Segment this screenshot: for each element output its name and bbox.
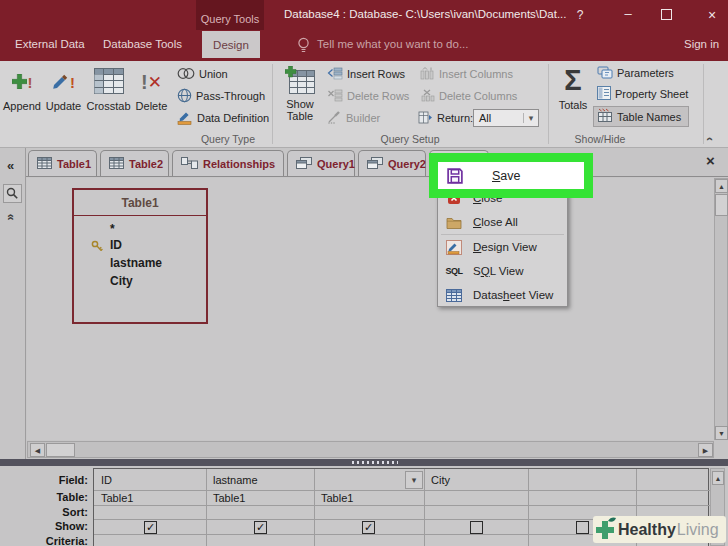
sql-view-icon: SQL — [445, 266, 463, 276]
maximize-button[interactable] — [661, 9, 672, 20]
grid-label-sort: Sort: — [20, 506, 88, 518]
field-item-lastname[interactable]: lastname — [110, 256, 162, 270]
doc-tab-label: Query2 — [388, 158, 426, 170]
totals-button[interactable]: Σ Totals — [552, 62, 594, 111]
table-cell-1[interactable]: Table1 — [101, 492, 133, 504]
return-icon — [418, 111, 433, 126]
lightbulb-icon — [297, 37, 310, 58]
grid-row-line — [94, 490, 710, 491]
return-dropdown-arrow-icon[interactable]: ▾ — [523, 113, 538, 123]
return-dropdown[interactable]: All ▾ — [473, 109, 539, 127]
field-cell-3[interactable]: City — [431, 474, 450, 486]
show-table-button[interactable]: Show Table — [277, 64, 323, 122]
pane-splitter[interactable] — [0, 459, 728, 466]
field-cell-1[interactable]: ID — [101, 474, 112, 486]
tell-me-box[interactable]: Tell me what you want to do... — [317, 38, 469, 50]
field-list-title[interactable]: Table1 — [74, 190, 206, 216]
return-control: Return: — [418, 109, 473, 127]
globe-icon — [177, 88, 192, 105]
nav-collapse-icon[interactable]: « — [7, 158, 14, 173]
watermark-word2: Living — [677, 521, 719, 539]
scroll-right-button[interactable]: ▶ — [698, 443, 713, 457]
doc-tab-relationships[interactable]: Relationships — [172, 150, 284, 176]
table-cell-2[interactable]: Table1 — [213, 492, 245, 504]
tab-database-tools[interactable]: Database Tools — [103, 38, 182, 50]
union-label: Union — [199, 68, 228, 80]
show-table-icon — [285, 66, 315, 96]
datasheet-view-icon — [445, 289, 463, 302]
field-item-city[interactable]: City — [110, 274, 133, 288]
show-checkbox-3[interactable]: ✓ — [362, 521, 375, 534]
table-names-button[interactable]: Table Names — [593, 106, 689, 127]
minimize-button[interactable]: – — [618, 6, 638, 21]
show-checkbox-4[interactable] — [470, 521, 483, 534]
append-button[interactable]: ! Append — [2, 64, 42, 112]
field-dropdown-button[interactable]: ▾ — [405, 471, 423, 489]
menu-item-save-highlighted[interactable]: Save — [438, 162, 584, 189]
close-document-icon[interactable]: × — [706, 152, 715, 169]
return-value: All — [474, 112, 523, 124]
doc-tab-table2[interactable]: Table2 — [100, 150, 169, 176]
field-item-id[interactable]: ID — [110, 238, 122, 252]
title-bar: Query Tools Database4 : Database- C:\Use… — [0, 0, 728, 30]
nav-chevrons-up-icon[interactable]: « — [4, 214, 18, 221]
help-button[interactable]: ? — [570, 8, 590, 22]
nav-search-button[interactable] — [3, 184, 22, 203]
contextual-tab-group: Query Tools — [196, 0, 264, 30]
union-icon — [177, 67, 195, 82]
show-checkbox-5[interactable] — [576, 521, 589, 534]
scrollbar-thumb[interactable] — [46, 443, 75, 457]
pass-through-button[interactable]: Pass-Through — [177, 88, 265, 104]
union-button[interactable]: Union — [177, 66, 228, 82]
canvas-horizontal-scrollbar[interactable]: ◀ ▶ — [27, 441, 714, 458]
collapse-ribbon-icon[interactable]: ‹ — [703, 137, 717, 141]
doc-tab-label: Relationships — [203, 158, 275, 170]
tab-external-data[interactable]: External Data — [15, 38, 85, 50]
scroll-up-button[interactable]: ▲ — [715, 179, 728, 193]
scrollbar-thumb[interactable] — [715, 194, 728, 216]
data-definition-button[interactable]: Data Definition — [177, 110, 269, 126]
group-separator — [703, 64, 704, 144]
scroll-down-button[interactable]: ▼ — [715, 426, 728, 440]
query-icon — [367, 157, 383, 171]
doc-tab-query1[interactable]: Query1 — [287, 150, 355, 176]
menu-item-design-view[interactable]: Design View — [438, 235, 567, 259]
check-icon: ✓ — [256, 521, 265, 534]
scroll-left-button[interactable]: ◀ — [30, 443, 45, 457]
design-view-icon — [445, 240, 463, 255]
sign-in-link[interactable]: Sign in — [684, 38, 719, 50]
doc-tab-label: Table1 — [57, 158, 91, 170]
show-checkbox-2[interactable]: ✓ — [254, 521, 267, 534]
crosstab-button[interactable]: Crosstab — [85, 64, 132, 112]
access-window: Query Tools Database4 : Database- C:\Use… — [0, 0, 728, 546]
splitter-grip[interactable] — [352, 461, 398, 464]
group-separator — [272, 64, 273, 144]
tab-design[interactable]: Design — [202, 31, 260, 58]
update-button[interactable]: ! Update — [43, 64, 84, 112]
show-checkbox-1[interactable]: ✓ — [144, 521, 157, 534]
doc-tab-table1[interactable]: Table1 — [28, 150, 97, 176]
grid-label-show: Show: — [20, 520, 88, 532]
property-sheet-label: Property Sheet — [615, 88, 688, 100]
return-label: Return: — [437, 112, 473, 124]
update-label: Update — [46, 100, 81, 112]
menu-item-close-all[interactable]: Close All — [438, 210, 567, 234]
close-window-button[interactable]: × — [702, 7, 722, 23]
field-cell-2[interactable]: lastname — [213, 474, 258, 486]
canvas-vertical-scrollbar[interactable]: ▲ ▼ — [714, 178, 728, 440]
field-item-star[interactable]: * — [110, 222, 115, 236]
delete-query-button[interactable]: ! ✕ Delete — [131, 64, 172, 112]
menu-item-sql-view[interactable]: SQL SQL View — [438, 259, 567, 283]
save-floppy-icon — [446, 167, 464, 185]
property-sheet-button[interactable]: Property Sheet — [597, 86, 688, 102]
parameters-button[interactable]: Parameters — [597, 65, 674, 81]
doc-tab-query2[interactable]: Query2 — [358, 150, 426, 176]
data-definition-label: Data Definition — [197, 112, 269, 124]
ribbon: ! Append ! Update Crosstab ! ✕ Delete — [0, 61, 728, 148]
insert-rows-button[interactable]: Insert Rows — [327, 66, 405, 82]
totals-label: Totals — [559, 99, 588, 111]
table-cell-3[interactable]: Table1 — [321, 492, 353, 504]
scroll-up-button[interactable]: ▲ — [712, 471, 724, 485]
menu-item-datasheet-view[interactable]: Datasheet View — [438, 283, 567, 307]
delete-columns-icon — [420, 89, 435, 104]
